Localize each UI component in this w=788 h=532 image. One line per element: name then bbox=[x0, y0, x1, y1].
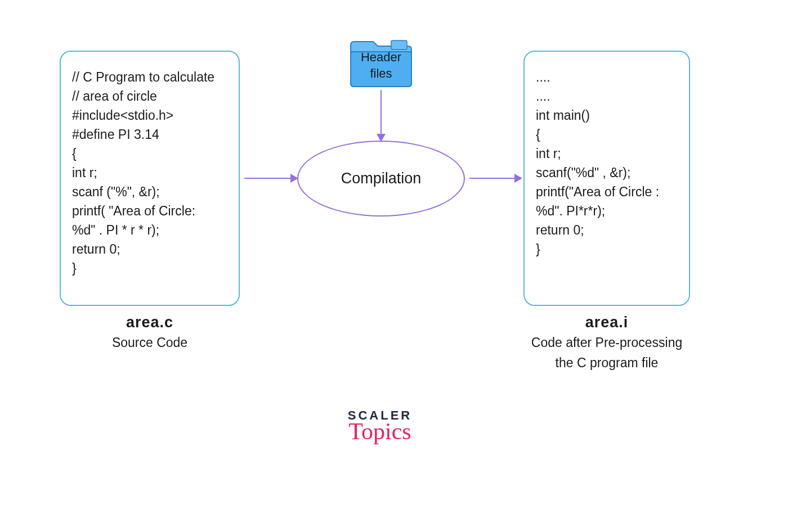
compilation-diagram: // C Program to calculate // area of cir… bbox=[0, 0, 788, 532]
preprocessed-code-label: area.i Code after Pre-processing the C p… bbox=[522, 314, 691, 372]
folder-label-l2: files bbox=[361, 66, 401, 82]
filename-right: area.i bbox=[522, 314, 691, 331]
preprocessed-code-box: .... .... int main() { int r; scanf("%d"… bbox=[523, 51, 690, 306]
code-line: int main() bbox=[536, 106, 678, 125]
svg-rect-0 bbox=[391, 40, 407, 49]
code-line: { bbox=[536, 125, 678, 144]
source-code-label: area.c Source Code bbox=[65, 314, 234, 351]
subtitle-left: Source Code bbox=[65, 333, 234, 351]
code-line: #include<stdio.h> bbox=[72, 106, 227, 125]
compilation-ellipse: Compilation bbox=[297, 141, 465, 217]
code-line: int r; bbox=[536, 144, 678, 163]
code-line: // area of circle bbox=[72, 87, 227, 106]
code-line: } bbox=[72, 259, 227, 278]
code-line: printf( "Area of Circle: bbox=[72, 201, 227, 220]
code-line: .... bbox=[536, 87, 678, 106]
filename-left: area.c bbox=[65, 314, 234, 331]
folder-label: Header files bbox=[361, 49, 401, 82]
code-line: printf("Area of Circle : bbox=[536, 182, 678, 201]
code-line: // C Program to calculate bbox=[72, 67, 227, 87]
code-line: } bbox=[536, 240, 678, 259]
code-line: .... bbox=[536, 67, 678, 87]
ellipse-label: Compilation bbox=[341, 170, 422, 187]
subtitle-right-l1: Code after Pre-processing bbox=[522, 333, 691, 351]
logo-topics-text: Topics bbox=[335, 420, 425, 443]
code-line: { bbox=[72, 144, 227, 163]
folder-label-l1: Header bbox=[361, 49, 401, 66]
source-code-box: // C Program to calculate // area of cir… bbox=[60, 51, 240, 306]
code-line: return 0; bbox=[72, 240, 227, 259]
header-files-folder: Header files bbox=[346, 38, 417, 88]
code-line: %d". PI*r*r); bbox=[536, 201, 678, 220]
code-line: #define PI 3.14 bbox=[72, 125, 227, 144]
scaler-topics-logo: SCALER Topics bbox=[335, 408, 425, 443]
code-line: scanf("%d" , &r); bbox=[536, 163, 678, 182]
code-line: %d" . PI * r * r); bbox=[72, 220, 227, 240]
code-line: int r; bbox=[72, 163, 227, 182]
code-line: return 0; bbox=[536, 220, 678, 240]
subtitle-right-l2: the C program file bbox=[522, 354, 691, 372]
code-line: scanf ("%", &r); bbox=[72, 182, 227, 201]
